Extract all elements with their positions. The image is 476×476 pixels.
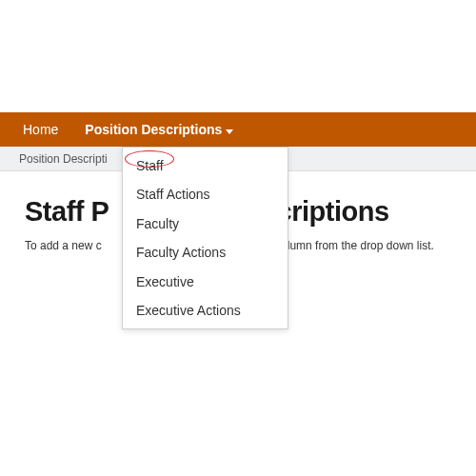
dropdown-item-label: Executive Actions <box>136 303 241 318</box>
breadcrumb-text: Position Descripti <box>19 152 108 166</box>
caret-down-icon <box>226 122 233 137</box>
dropdown-item-label: Faculty <box>136 216 179 231</box>
main-navbar: Home Position Descriptions <box>0 112 476 147</box>
dropdown-item-faculty[interactable]: Faculty <box>123 209 288 238</box>
nav-position-descriptions-label: Position Descriptions <box>85 122 222 137</box>
dropdown-item-label: Staff <box>136 158 164 173</box>
dropdown-item-faculty-actions[interactable]: Faculty Actions <box>123 238 288 267</box>
page-title-left: Staff P <box>25 196 109 227</box>
page-desc-left: To add a new c <box>25 239 102 252</box>
nav-home[interactable]: Home <box>23 122 58 137</box>
dropdown-item-label: Faculty Actions <box>136 245 226 260</box>
dropdown-item-label: Staff Actions <box>136 187 210 202</box>
dropdown-item-executive-actions[interactable]: Executive Actions <box>123 296 288 325</box>
dropdown-item-label: Executive <box>136 274 194 289</box>
top-spacer <box>0 0 476 112</box>
nav-position-descriptions[interactable]: Position Descriptions <box>85 122 233 137</box>
dropdown-item-staff-actions[interactable]: Staff Actions <box>123 180 288 208</box>
dropdown-item-staff[interactable]: Staff <box>123 151 288 180</box>
dropdown-item-executive[interactable]: Executive <box>123 268 288 296</box>
position-descriptions-dropdown: Staff Staff Actions Faculty Faculty Acti… <box>122 147 288 329</box>
nav-home-label: Home <box>23 122 58 137</box>
